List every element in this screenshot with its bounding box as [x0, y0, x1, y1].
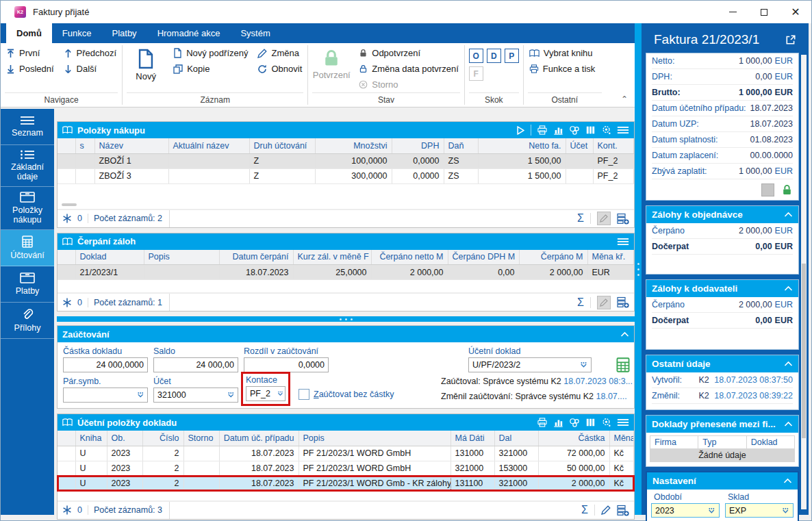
horizontal-scrollbar-thumb[interactable]: [62, 203, 77, 206]
dropdown-icon[interactable]: [708, 507, 715, 514]
tab-platby[interactable]: Platby: [101, 23, 147, 43]
new-child-button[interactable]: Nový podřízený: [172, 47, 249, 59]
dropdown-icon[interactable]: [277, 390, 283, 397]
menu-icon[interactable]: [617, 125, 629, 135]
panel-scrollbar-thumb[interactable]: [802, 264, 806, 438]
run-icon[interactable]: [516, 126, 525, 135]
columns-icon[interactable]: [585, 125, 596, 135]
table-row-selected[interactable]: U 20232 18.07.2023 PF 21/2023/1 WORD Gmb…: [58, 476, 634, 491]
castka-dokladu-input[interactable]: [67, 360, 144, 370]
sklad-input[interactable]: [729, 506, 782, 516]
ribbon-group-stav: Potvrzení Odpotvrzení Změna data potvrze…: [308, 43, 464, 107]
vertical-splitter[interactable]: [635, 23, 642, 515]
print-icon[interactable]: [537, 125, 548, 135]
horizontal-splitter[interactable]: [57, 316, 635, 322]
menu-icon[interactable]: [617, 418, 629, 427]
tab-system[interactable]: Systém: [230, 23, 280, 43]
rozdil-input[interactable]: [248, 360, 325, 370]
change-confirm-date-button[interactable]: Změna data potvrzení: [357, 63, 459, 75]
storno-button[interactable]: Storno: [357, 79, 459, 90]
next-button[interactable]: Další: [62, 63, 118, 75]
tab-funkce[interactable]: Funkce: [52, 23, 102, 43]
calculator-button-icon[interactable]: [616, 357, 631, 372]
open-window-icon[interactable]: [785, 34, 796, 45]
last-button[interactable]: Poslední: [5, 63, 55, 75]
filter-snowflake-icon[interactable]: [62, 505, 72, 515]
table-row[interactable]: U 20232 18.07.2023 PF 21/2023/1 WORD Gmb…: [58, 446, 634, 461]
tab-hromadne-akce[interactable]: Hromadné akce: [147, 23, 231, 43]
add-record-icon[interactable]: [617, 213, 629, 225]
saldo-input[interactable]: [157, 360, 234, 370]
collapse-icon[interactable]: [783, 478, 792, 484]
lock-dark-icon: [359, 49, 368, 58]
status-square-button[interactable]: [761, 183, 774, 196]
filter-snowflake-icon[interactable]: [62, 214, 72, 223]
sum-icon[interactable]: Σ: [581, 505, 595, 516]
zauctovat-bez-castky-checkbox[interactable]: [299, 389, 309, 400]
kontace-input[interactable]: [250, 389, 275, 398]
table-row[interactable]: ZBOŽÍ 1 Z100,0000 0,0000ZS 1 500,00 PF_2: [58, 153, 634, 168]
select-book-button[interactable]: Vybrat knihu: [528, 47, 597, 59]
print-icon[interactable]: [537, 418, 548, 427]
sidebar-item-seznam[interactable]: Seznam: [1, 109, 54, 145]
par-symb-input[interactable]: [67, 390, 134, 400]
table-row[interactable]: U 20232 18.07.2023 PF 21/2023/1 WORD Gmb…: [58, 461, 634, 476]
previous-button[interactable]: Předchozí: [62, 47, 118, 59]
edit-disabled-button[interactable]: [597, 212, 611, 225]
table-empty-area: [58, 492, 634, 500]
jump-p-button[interactable]: P: [505, 49, 519, 63]
sidebar-item-prilohy[interactable]: Přílohy: [1, 303, 54, 339]
sidebar-item-uctovani[interactable]: Účtování: [1, 230, 54, 266]
confirm-button[interactable]: Potvrzení: [312, 47, 351, 80]
table-row[interactable]: ZBOŽÍ 3 Z300,0000 0,0000ZS 1 500,00 PF_2: [58, 168, 634, 183]
pencil-icon: [600, 298, 608, 307]
change-button[interactable]: Změna: [256, 47, 303, 59]
sidebar-item-zakladni-udaje[interactable]: Základní údaje: [1, 145, 54, 187]
add-record-icon[interactable]: [617, 296, 629, 308]
sum-icon[interactable]: Σ: [577, 213, 591, 224]
ucetni-doklad-input[interactable]: [472, 360, 577, 370]
jump-f-button[interactable]: F: [469, 66, 483, 81]
first-button[interactable]: První: [5, 47, 55, 59]
add-record-icon[interactable]: [617, 505, 629, 516]
maximize-button[interactable]: [748, 1, 780, 23]
dropdown-icon[interactable]: [580, 361, 587, 368]
chart-icon[interactable]: [553, 418, 563, 427]
gears-icon[interactable]: [569, 125, 580, 135]
edit-disabled-button[interactable]: [597, 296, 611, 309]
collapse-icon[interactable]: [784, 361, 793, 367]
dropdown-icon[interactable]: [137, 392, 144, 398]
functions-print-button[interactable]: Funkce a tisk: [528, 63, 597, 75]
sum-icon[interactable]: Σ: [577, 297, 591, 308]
close-button[interactable]: ✕: [780, 1, 811, 23]
jump-o-button[interactable]: O: [469, 49, 483, 63]
jump-d-button[interactable]: D: [487, 49, 501, 63]
filter-snowflake-icon[interactable]: [62, 298, 72, 307]
obdobi-input[interactable]: [655, 506, 708, 516]
collapse-ribbon-icon[interactable]: ⌃: [621, 94, 628, 104]
menu-icon[interactable]: [617, 237, 629, 246]
columns-icon[interactable]: [585, 418, 596, 427]
table-row[interactable]: 21/2023/1 18.07.2023 25,00002 000,00 0,0…: [58, 265, 634, 280]
settings-gear-icon[interactable]: [601, 125, 611, 135]
edit-pencil-icon[interactable]: [601, 505, 611, 515]
copy-button[interactable]: Kopie: [172, 63, 249, 75]
tab-domu[interactable]: Domů: [6, 23, 52, 43]
sidebar-item-platby[interactable]: Platby: [1, 266, 54, 303]
unconfirm-button[interactable]: Odpotvrzení: [357, 47, 459, 59]
chart-icon[interactable]: [553, 125, 563, 135]
gears-icon[interactable]: [569, 418, 580, 427]
ucet-input[interactable]: [157, 390, 225, 400]
settings-gear-icon[interactable]: [601, 418, 611, 427]
panel-scrollbar[interactable]: [801, 55, 807, 509]
dropdown-icon[interactable]: [782, 507, 789, 514]
collapse-icon[interactable]: [620, 331, 629, 338]
dropdown-icon[interactable]: [227, 392, 234, 398]
minimize-button[interactable]: [717, 1, 748, 23]
collapse-icon[interactable]: [784, 285, 793, 292]
collapse-icon[interactable]: [784, 212, 793, 218]
collapse-icon[interactable]: [784, 421, 793, 427]
refresh-button[interactable]: Obnovit: [256, 63, 303, 75]
new-button[interactable]: Nový: [127, 47, 165, 81]
sidebar-item-polozky-nakupu[interactable]: Položky nákupu: [1, 187, 54, 230]
